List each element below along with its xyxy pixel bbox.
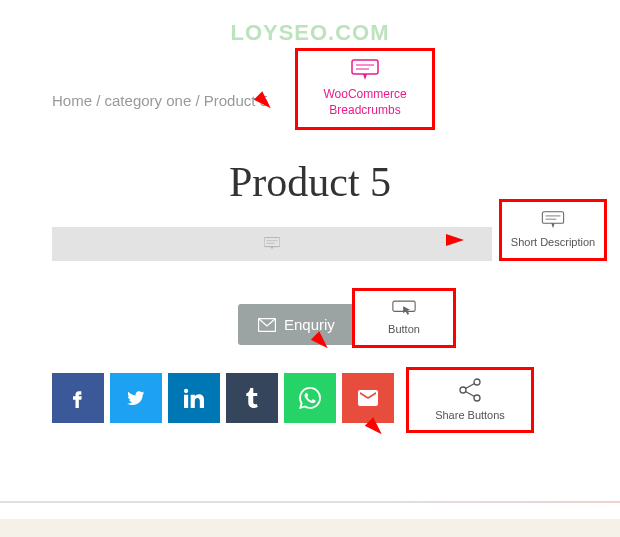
svg-point-12 xyxy=(460,387,466,393)
button-widget-icon xyxy=(392,300,416,316)
footer-bar xyxy=(0,519,620,537)
envelope-icon xyxy=(258,318,276,332)
breadcrumb: Home / category one / Product 5 xyxy=(52,92,268,109)
enquiry-button[interactable]: Enquriy xyxy=(238,304,355,345)
share-email[interactable] xyxy=(342,373,394,423)
watermark: LOYSEO.COM xyxy=(230,20,389,46)
linkedin-icon xyxy=(184,388,204,408)
share-facebook[interactable] xyxy=(52,373,104,423)
breadcrumb-home[interactable]: Home xyxy=(52,92,92,109)
callout-breadcrumbs-label: WooCommerce Breadcrumbs xyxy=(298,87,432,118)
breadcrumb-category[interactable]: category one xyxy=(105,92,192,109)
callout-button: Button xyxy=(352,288,456,348)
callout-share-label: Share Buttons xyxy=(435,408,505,422)
svg-line-15 xyxy=(466,391,475,396)
callout-breadcrumbs: WooCommerce Breadcrumbs xyxy=(295,48,435,130)
svg-point-11 xyxy=(474,379,480,385)
footer-divider xyxy=(0,501,620,503)
svg-rect-7 xyxy=(542,212,563,223)
share-linkedin[interactable] xyxy=(168,373,220,423)
svg-rect-0 xyxy=(264,237,280,246)
breadcrumb-sep-2: / xyxy=(191,92,204,109)
svg-rect-4 xyxy=(352,60,378,74)
breadcrumb-widget-icon xyxy=(351,59,379,81)
page-title: Product 5 xyxy=(229,158,391,206)
email-icon xyxy=(358,390,378,406)
callout-shortdesc-label: Short Description xyxy=(511,235,595,249)
twitter-icon xyxy=(126,388,146,408)
breadcrumb-sep-1: / xyxy=(92,92,105,109)
share-tumblr[interactable] xyxy=(226,373,278,423)
short-description-placeholder xyxy=(52,227,492,261)
callout-button-label: Button xyxy=(388,322,420,336)
callout-share: Share Buttons xyxy=(406,367,534,433)
short-description-icon xyxy=(264,237,280,251)
share-twitter[interactable] xyxy=(110,373,162,423)
tumblr-icon xyxy=(242,388,262,408)
svg-line-14 xyxy=(466,383,475,388)
share-widget-icon xyxy=(457,378,483,402)
shortdesc-widget-icon xyxy=(541,211,565,229)
callout-shortdesc: Short Description xyxy=(499,199,607,261)
enquiry-label: Enquriy xyxy=(284,316,335,333)
share-buttons-row xyxy=(52,373,394,423)
svg-point-13 xyxy=(474,395,480,401)
facebook-icon xyxy=(68,388,88,408)
share-whatsapp[interactable] xyxy=(284,373,336,423)
whatsapp-icon xyxy=(299,387,321,409)
